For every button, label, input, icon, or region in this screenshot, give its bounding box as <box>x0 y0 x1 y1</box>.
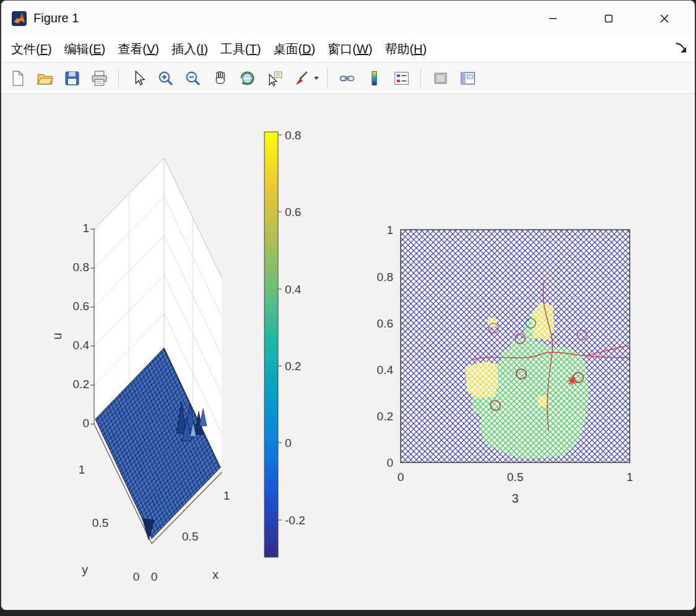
menu-view-mnemonic: V <box>147 42 155 56</box>
menu-help-mnemonic: H <box>414 42 422 56</box>
y-tick-label: 0.4 <box>377 363 394 376</box>
figure-canvas[interactable]: 1 0.8 0.6 0.4 0.2 0 1 0.5 0 0 0.5 1 u y … <box>1 94 695 610</box>
menu-view[interactable]: 查看(V) <box>111 38 165 60</box>
menu-desktop-label: 桌面( <box>273 42 302 56</box>
menu-window-close: ) <box>368 42 373 56</box>
menu-file[interactable]: 文件(F) <box>5 38 58 60</box>
menu-edit-label: 编辑( <box>64 42 94 56</box>
menu-bar: 文件(F) 编辑(E) 查看(V) 插入(I) 工具(T) 桌面(D) 窗口(W… <box>1 36 695 63</box>
save-icon <box>64 70 80 87</box>
menu-insert-label: 插入( <box>172 42 201 56</box>
toolbar-separator <box>327 68 328 88</box>
z-tick-label: 0.4 <box>73 339 90 352</box>
open-file-button[interactable] <box>32 66 57 90</box>
insert-colorbar-icon <box>366 70 383 87</box>
data-cursor-icon <box>266 70 283 87</box>
rotate-3d-icon <box>239 70 256 87</box>
colorbar-ticks <box>278 135 282 520</box>
menu-tools-label: 工具( <box>220 42 250 56</box>
insert-legend-button[interactable] <box>389 66 414 90</box>
print-button[interactable] <box>87 66 111 90</box>
minimize-icon <box>548 14 558 24</box>
pan-button[interactable] <box>207 66 232 90</box>
menu-help-close: ) <box>423 42 427 56</box>
link-plots-button[interactable] <box>334 66 359 90</box>
colorbar-gradient <box>264 132 278 557</box>
menu-insert[interactable]: 插入(I) <box>165 38 214 60</box>
menu-tools-close: ) <box>257 42 261 56</box>
pan-hand-icon <box>212 70 228 87</box>
colorbar-tick-label: 0.6 <box>285 206 301 219</box>
menu-window[interactable]: 窗口(W) <box>321 38 378 60</box>
yellow-patch-left <box>465 362 498 398</box>
x-tick-label: 1 <box>627 471 633 484</box>
hide-plot-tools-button[interactable] <box>428 66 453 90</box>
y-tick-label: 0 <box>133 570 140 583</box>
menu-help-label: 帮助( <box>385 42 414 56</box>
y-tick-label: 0.8 <box>377 271 393 284</box>
dock-arrow-icon <box>674 41 690 57</box>
show-plot-tools-button[interactable] <box>455 66 480 90</box>
link-plots-icon <box>339 70 355 87</box>
y-tick-label: 0.2 <box>377 410 393 423</box>
surface-plot-axes[interactable]: 1 0.8 0.6 0.4 0.2 0 1 0.5 0 0 0.5 1 u y … <box>50 158 230 583</box>
y-axis-label: y <box>82 563 88 576</box>
brush-data-button[interactable] <box>289 66 314 90</box>
edit-plot-pointer-icon <box>130 70 147 87</box>
menu-help[interactable]: 帮助(H) <box>378 38 433 60</box>
menu-view-label: 查看( <box>118 42 147 56</box>
asterisk-marker <box>568 376 576 385</box>
zoom-out-button[interactable] <box>180 66 205 90</box>
colorbar[interactable]: 0.8 0.6 0.4 0.2 0 -0.2 <box>264 129 305 557</box>
hide-plot-tools-icon <box>432 70 449 87</box>
x-tick-label: 1 <box>224 489 230 502</box>
show-plot-tools-dock-icon <box>459 70 476 87</box>
save-button[interactable] <box>59 66 84 90</box>
zoom-in-button[interactable] <box>153 66 178 90</box>
z-tick-label: 0.6 <box>73 300 89 313</box>
edit-plot-button[interactable] <box>126 66 150 90</box>
x-tick-label: 0 <box>398 471 404 484</box>
y-tick-label: 0 <box>386 456 393 469</box>
colorbar-tick-label: 0.2 <box>285 360 301 373</box>
menu-desktop-close: ) <box>311 42 316 56</box>
toolbar-separator <box>420 68 421 88</box>
maximize-button[interactable] <box>594 6 623 31</box>
y-tick-label: 0.5 <box>92 516 108 529</box>
menu-tools-mnemonic: T <box>250 42 257 56</box>
dock-figure-button[interactable] <box>674 41 690 57</box>
menu-edit[interactable]: 编辑(E) <box>58 38 112 60</box>
brush-dropdown-button[interactable] <box>313 66 320 90</box>
menu-edit-mnemonic: E <box>93 42 101 56</box>
menu-edit-close: ) <box>102 42 106 56</box>
z-tick-label: 0.2 <box>73 378 89 391</box>
insert-colorbar-button[interactable] <box>362 66 386 90</box>
figure-window: Figure 1 文件(F) 编辑(E) 查看(V) <box>1 0 695 610</box>
new-file-button[interactable] <box>5 66 30 90</box>
zoom-out-icon <box>185 70 201 87</box>
insert-legend-icon <box>393 70 410 87</box>
figure-plots: 1 0.8 0.6 0.4 0.2 0 1 0.5 0 0 0.5 1 u y … <box>1 94 695 610</box>
x-tick-label: 0.5 <box>182 530 198 543</box>
menu-desktop[interactable]: 桌面(D) <box>267 38 321 60</box>
x-tick-label: 0.5 <box>507 471 523 484</box>
close-button[interactable] <box>650 6 679 31</box>
menu-desktop-mnemonic: D <box>302 42 311 56</box>
figure-toolbar <box>1 63 695 94</box>
data-cursor-button[interactable] <box>262 66 287 90</box>
menu-tools[interactable]: 工具(T) <box>214 38 268 60</box>
mesh-plot-axes[interactable]: 0 0.5 1 1 0.8 0.6 0.4 0.2 0 3 <box>377 223 633 505</box>
menu-window-mnemonic: W <box>357 42 368 56</box>
rotate-3d-button[interactable] <box>235 66 259 90</box>
new-file-icon <box>9 70 26 87</box>
z-axis-label: u <box>50 332 64 339</box>
colorbar-tick-label: 0.4 <box>285 283 302 296</box>
x-tick-label: 0 <box>151 570 158 583</box>
matlab-logo-icon <box>11 11 27 27</box>
mesh-x-axis-label: 3 <box>511 492 518 505</box>
minimize-button[interactable] <box>539 6 567 31</box>
zoom-in-icon <box>157 70 174 87</box>
colorbar-tick-label: -0.2 <box>285 514 305 527</box>
menu-file-close: ) <box>48 42 52 56</box>
menu-file-mnemonic: F <box>40 42 48 56</box>
